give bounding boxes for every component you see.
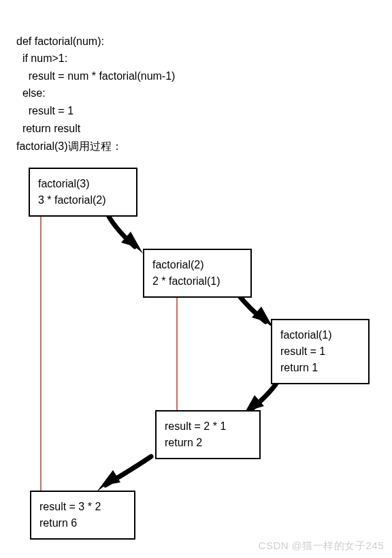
- box-line: return 6: [39, 515, 126, 531]
- box-line: 3 * factorial(2): [38, 192, 128, 208]
- box-line: 2 * factorial(1): [152, 273, 242, 290]
- box-line: return 1: [280, 360, 360, 376]
- box-line: return 2: [165, 435, 251, 451]
- arrow-call1-to-ret2: [250, 382, 278, 410]
- code-block: def factorial(num): if num>1: result = n…: [16, 15, 175, 137]
- box-line: result = 2 * 1: [165, 418, 251, 435]
- box-line: result = 1: [280, 343, 360, 360]
- box-call-factorial-2: factorial(2) 2 * factorial(1): [143, 249, 252, 298]
- arrow-call3-to-call2: [109, 217, 135, 247]
- code-line: result = 1: [16, 105, 74, 117]
- box-return-2: result = 2 * 1 return 2: [155, 410, 261, 459]
- code-line: def factorial(num):: [16, 35, 104, 47]
- box-line: result = 3 * 2: [39, 499, 126, 515]
- box-line: factorial(2): [152, 257, 242, 273]
- box-call-factorial-3: factorial(3) 3 * factorial(2): [29, 168, 137, 217]
- box-line: factorial(3): [38, 176, 128, 192]
- diagram-caption: factorial(3)调用过程：: [16, 140, 122, 154]
- code-line: return result: [16, 123, 80, 134]
- code-line: result = num * factorial(num-1): [16, 70, 175, 82]
- watermark: CSDN @猫一样的女子245: [259, 540, 384, 553]
- box-call-factorial-1: factorial(1) result = 1 return 1: [271, 319, 370, 384]
- box-return-6: result = 3 * 2 return 6: [30, 491, 135, 540]
- code-line: if num>1:: [16, 52, 67, 64]
- arrow-head-icon: [121, 232, 143, 253]
- code-line: else:: [16, 87, 46, 99]
- arrow-ret2-to-ret3: [105, 456, 151, 485]
- box-line: factorial(1): [280, 327, 360, 343]
- arrow-head-icon: [97, 470, 120, 492]
